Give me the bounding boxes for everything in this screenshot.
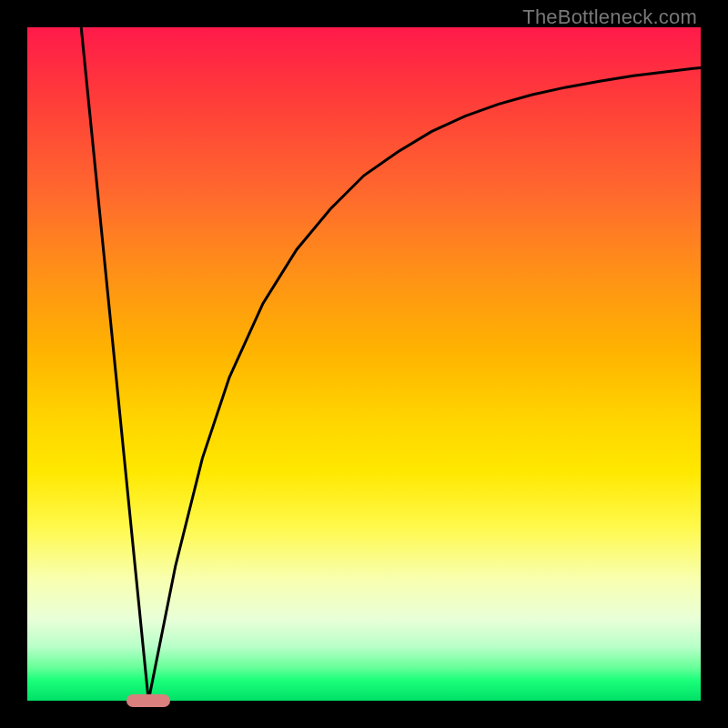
chart-frame: TheBottleneck.com [0,0,728,728]
watermark-text: TheBottleneck.com [522,5,697,29]
curve-path [81,27,701,701]
plot-area [27,27,701,701]
minimum-marker [126,694,170,707]
curve-svg [27,27,701,701]
